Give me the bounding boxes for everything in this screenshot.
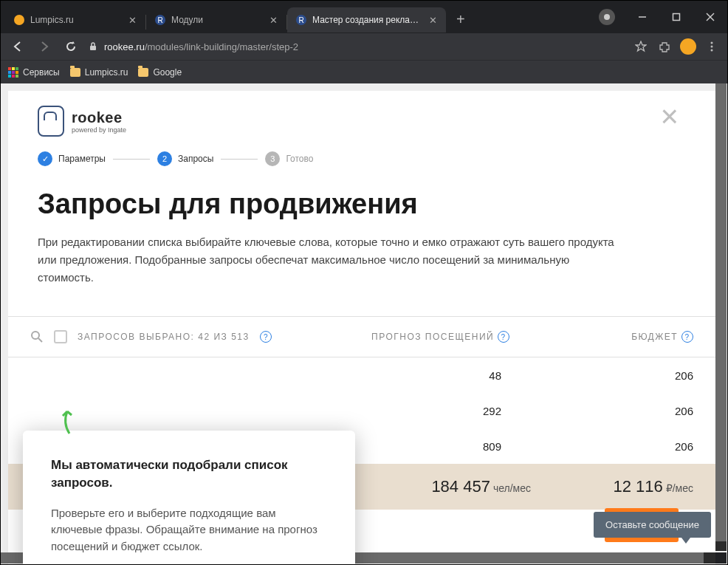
logo-icon	[38, 106, 64, 137]
help-icon[interactable]: ?	[681, 331, 693, 343]
svg-point-6	[711, 46, 713, 48]
svg-rect-1	[673, 14, 680, 21]
chat-widget[interactable]: Оставьте сообщение	[594, 512, 711, 538]
cell-visits: 809	[335, 440, 546, 453]
bookmark-label: Google	[153, 67, 182, 78]
page-title: Запросы для продвижения	[38, 188, 686, 220]
tab-title: Lumpics.ru	[30, 15, 123, 25]
cell-budget: 206	[546, 440, 693, 453]
address-bar: rookee.ru/modules/link-building/master/s…	[1, 33, 727, 60]
tooltip-title: Мы автоматически подобрали список запрос…	[51, 456, 327, 492]
bookmarks-bar: Сервисы Lumpics.ru Google	[1, 60, 727, 83]
tab-close-icon[interactable]: ✕	[269, 15, 278, 26]
folder-icon	[138, 68, 148, 77]
tab-title: Модули	[171, 15, 264, 25]
cell-visits: 292	[335, 405, 546, 417]
help-icon[interactable]: ?	[498, 331, 509, 343]
step-number-icon: 3	[265, 151, 280, 166]
step-active[interactable]: 2 Запросы	[157, 151, 213, 166]
nav-forward-button[interactable]	[35, 37, 54, 56]
bookmark-label: Сервисы	[23, 67, 60, 78]
profile-icon[interactable]	[599, 9, 615, 25]
tab-close-icon[interactable]: ✕	[429, 15, 437, 26]
window-minimize-button[interactable]	[625, 1, 659, 33]
step-label: Запросы	[178, 154, 213, 164]
apps-icon	[8, 67, 18, 78]
close-icon[interactable]: ×	[660, 106, 686, 127]
step-number-icon: 2	[157, 151, 172, 166]
menu-icon[interactable]	[704, 38, 720, 55]
table-row[interactable]: 48 206	[8, 357, 715, 393]
selected-count-label: ЗАПРОСОВ ВЫБРАНО: 42 ИЗ 513	[78, 332, 250, 342]
brand-name: rookee	[72, 109, 126, 126]
brand-logo[interactable]: rookee powered by Ingate	[38, 106, 126, 137]
tooltip-body: Проверьте его и выберите подходящие вам …	[51, 505, 327, 555]
bookmark-star-icon[interactable]	[633, 38, 649, 55]
browser-tab[interactable]: R Модули ✕	[146, 7, 286, 32]
bookmark-folder[interactable]: Lumpics.ru	[70, 67, 128, 78]
window-close-button[interactable]	[693, 1, 727, 33]
bookmark-label: Lumpics.ru	[85, 67, 128, 78]
svg-point-5	[711, 42, 713, 44]
svg-rect-4	[90, 46, 96, 50]
window-maximize-button[interactable]	[659, 1, 693, 33]
nav-reload-button[interactable]	[61, 37, 80, 56]
total-budget: 12 116	[613, 477, 662, 496]
cell-budget: 206	[546, 405, 693, 417]
chat-tail-icon	[681, 538, 690, 544]
page-description: При редактировании списка выбирайте ключ…	[38, 233, 628, 287]
tab-close-icon[interactable]: ✕	[128, 15, 137, 26]
help-icon[interactable]: ?	[260, 331, 272, 343]
svg-point-7	[711, 49, 713, 52]
svg-point-8	[32, 332, 39, 339]
nav-back-button[interactable]	[8, 37, 27, 56]
url-field[interactable]: rookee.ru/modules/link-building/master/s…	[88, 41, 625, 52]
favicon-icon: R	[155, 15, 165, 25]
new-tab-button[interactable]: +	[446, 11, 475, 28]
step-label: Готово	[286, 154, 313, 164]
browser-titlebar: Lumpics.ru ✕ R Модули ✕ R Мастер создани…	[1, 1, 727, 33]
arrow-icon	[58, 408, 80, 435]
favicon-icon	[14, 15, 24, 25]
cell-budget: 206	[546, 369, 693, 382]
url-path: /modules/link-building/master/step-2	[145, 41, 298, 52]
tab-title: Мастер создания рекламной	[312, 15, 423, 25]
search-icon[interactable]	[30, 330, 44, 343]
profile-avatar-icon[interactable]	[680, 38, 696, 55]
total-visits: 184 457	[431, 477, 490, 496]
url-host: rookee.ru	[104, 41, 145, 52]
vertical-scrollbar[interactable]	[715, 83, 727, 551]
select-all-checkbox[interactable]	[54, 330, 67, 343]
browser-tab-active[interactable]: R Мастер создания рекламной ✕	[287, 7, 446, 32]
total-budget-unit: ₽/мес	[666, 482, 693, 494]
lock-icon	[88, 41, 98, 52]
column-budget-label: БЮДЖЕТ	[631, 332, 678, 342]
column-visits-label: ПРОГНОЗ ПОСЕЩЕНИЙ	[371, 332, 494, 342]
total-visits-unit: чел/мес	[493, 482, 531, 494]
table-row[interactable]: 292 206	[8, 393, 715, 428]
svg-line-9	[38, 338, 42, 342]
checkmark-icon: ✓	[38, 151, 52, 166]
scroll-thumb[interactable]	[715, 83, 727, 541]
brand-tagline: powered by Ingate	[72, 126, 126, 134]
bookmark-apps[interactable]: Сервисы	[8, 67, 60, 78]
folder-icon	[70, 68, 80, 77]
step-label: Параметры	[58, 154, 106, 164]
wizard-stepper: ✓ Параметры 2 Запросы 3 Готово	[8, 144, 715, 181]
extensions-icon[interactable]	[656, 38, 673, 55]
favicon-icon: R	[296, 15, 306, 25]
cell-visits: 48	[335, 369, 546, 382]
step-done[interactable]: ✓ Параметры	[38, 151, 106, 166]
table-header: ЗАПРОСОВ ВЫБРАНО: 42 ИЗ 513 ? ПРОГНОЗ ПО…	[8, 316, 715, 357]
bookmark-folder[interactable]: Google	[138, 67, 182, 78]
step-wait: 3 Готово	[265, 151, 313, 166]
browser-tab[interactable]: Lumpics.ru ✕	[5, 7, 145, 32]
onboarding-tooltip: Мы автоматически подобрали список запрос…	[23, 431, 355, 564]
